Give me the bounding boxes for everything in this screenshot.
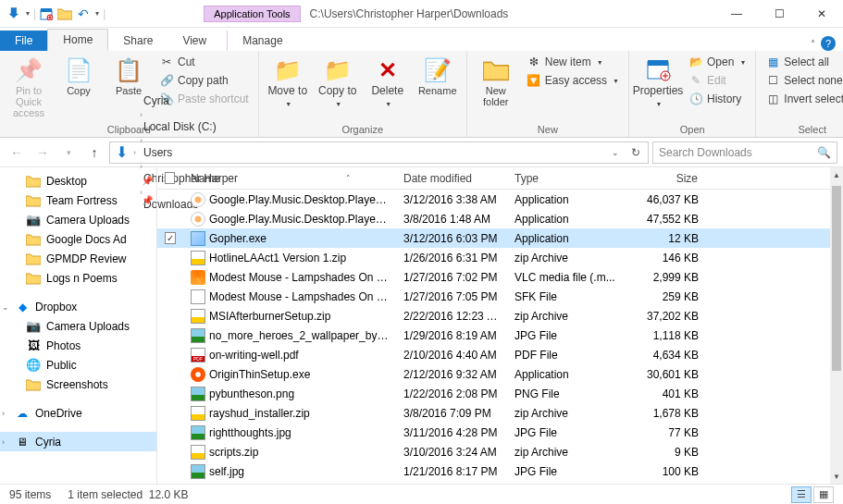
history-button[interactable]: 🕓History xyxy=(685,91,750,107)
file-row[interactable]: pybuntheson.png1/22/2016 2:08 PMPNG File… xyxy=(157,384,843,403)
file-row[interactable]: self.jpg1/21/2016 8:17 PMJPG File100 KB xyxy=(157,461,843,481)
tree-item[interactable]: Google Docs Ad xyxy=(0,229,156,249)
invert-selection-button[interactable]: ◫Invert selection xyxy=(762,91,843,107)
file-name: MSIAfterburnerSetup.zip xyxy=(209,310,330,323)
nav-back-button[interactable]: ← xyxy=(6,141,28,164)
tab-manage[interactable]: Manage xyxy=(227,31,297,51)
file-row[interactable]: rayshud_installer.zip3/8/2016 7:09 PMzip… xyxy=(157,403,843,423)
select-all-checkbox[interactable] xyxy=(165,172,175,184)
navigation-tree[interactable]: Desktop📌Team Fortress📌📷Camera UploadsGoo… xyxy=(0,167,157,484)
file-row[interactable]: Google.Play.Music.Desktop.Player.x86....… xyxy=(157,209,843,228)
tree-item[interactable]: Logs n Poems xyxy=(0,268,156,288)
file-size: 30,601 KB xyxy=(623,368,706,381)
tab-share[interactable]: Share xyxy=(108,31,167,51)
tree-item[interactable]: 📷Camera Uploads xyxy=(0,210,156,229)
svg-rect-1 xyxy=(41,8,52,12)
address-dropdown[interactable]: ⌄ xyxy=(605,146,626,159)
col-name: Name xyxy=(191,172,220,185)
camera-icon: 📷 xyxy=(26,319,41,334)
tab-file[interactable]: File xyxy=(0,31,47,51)
tree-item[interactable]: Screenshots xyxy=(0,375,156,394)
maximize-button[interactable]: ☐ xyxy=(758,0,800,28)
file-type: zip Archive xyxy=(507,407,623,420)
file-row[interactable]: scripts.zip3/10/2016 3:24 AMzip Archive9… xyxy=(157,442,843,461)
new-folder-icon[interactable] xyxy=(56,6,73,22)
undo-icon[interactable]: ↶ xyxy=(75,6,92,22)
file-row[interactable]: Modest Mouse - Lampshades On Fire ...1/2… xyxy=(157,267,843,287)
file-size: 146 KB xyxy=(623,252,706,264)
file-row[interactable]: Modest Mouse - Lampshades On Fire ...1/2… xyxy=(157,287,843,306)
file-name: on-writing-well.pdf xyxy=(209,349,299,362)
address-bar[interactable]: ⬇ › Cyria›Local Disk (C:)›Users›Christop… xyxy=(109,141,649,164)
icons-view-button[interactable]: ▦ xyxy=(813,486,834,503)
scroll-down-icon[interactable]: ▼ xyxy=(830,469,843,484)
nav-forward-button[interactable]: → xyxy=(31,141,54,164)
details-view-button[interactable]: ☰ xyxy=(791,486,812,503)
tree-item-label: Team Fortress xyxy=(46,194,118,207)
move-to-button[interactable]: 📁Move to ▼ xyxy=(265,54,311,110)
qat-dropdown[interactable]: ▾ xyxy=(24,9,31,18)
tree-item[interactable]: 🌐Public xyxy=(0,355,156,375)
copy-path-button[interactable]: 🔗Copy path xyxy=(155,72,253,89)
file-type: zip Archive xyxy=(507,310,623,323)
nav-recent-dropdown[interactable]: ▾ xyxy=(57,141,80,164)
delete-button[interactable]: ✕Delete ▼ xyxy=(365,54,411,110)
tree-this-pc[interactable]: ›🖥Cyria xyxy=(0,432,156,451)
edit-button[interactable]: ✎Edit xyxy=(685,72,750,89)
refresh-button[interactable]: ↻ xyxy=(626,146,646,159)
scroll-up-icon[interactable]: ▲ xyxy=(830,167,843,182)
file-row[interactable]: HotlineLAAct1 Version 1.zip1/26/2016 6:3… xyxy=(157,248,843,267)
cut-button[interactable]: ✂Cut xyxy=(155,54,253,70)
properties-icon[interactable] xyxy=(38,6,55,22)
breadcrumb-segment[interactable]: Local Disk (C:) xyxy=(138,120,243,133)
breadcrumb-segment[interactable]: Cyria xyxy=(138,94,243,107)
qat-customize[interactable]: ▾ xyxy=(93,9,101,18)
ribbon-collapse-icon[interactable]: ˄ xyxy=(811,39,815,49)
column-headers[interactable]: Name˄ Date modified Type Size xyxy=(157,167,843,190)
tree-item[interactable]: Desktop📌 xyxy=(0,171,156,191)
paste-button[interactable]: 📋Paste xyxy=(105,54,152,98)
properties-button[interactable]: Properties ▼ xyxy=(635,54,681,110)
vertical-scrollbar[interactable]: ▲ ▼ xyxy=(830,167,843,484)
file-row[interactable]: MSIAfterburnerSetup.zip2/22/2016 12:23 A… xyxy=(157,306,843,326)
file-type: VLC media file (.m... xyxy=(507,271,623,284)
scroll-thumb[interactable] xyxy=(832,186,841,371)
file-row[interactable]: no_more_heroes_2_wallpaper_by_hylia...1/… xyxy=(157,326,843,345)
rename-button[interactable]: 📝Rename xyxy=(415,54,461,98)
new-folder-button[interactable]: New folder xyxy=(473,54,519,109)
tree-item[interactable]: 📷Camera Uploads xyxy=(0,316,156,336)
file-date: 1/27/2016 7:05 PM xyxy=(396,290,507,303)
tree-item[interactable]: Team Fortress📌 xyxy=(0,191,156,210)
search-input[interactable]: Search Downloads 🔍 xyxy=(652,141,837,164)
select-none-button[interactable]: ☐Select none xyxy=(762,72,843,89)
tree-onedrive[interactable]: ›☁OneDrive xyxy=(0,403,156,423)
minimize-button[interactable]: — xyxy=(715,0,758,28)
easy-access-button[interactable]: 🔽Easy access▼ xyxy=(523,72,623,89)
tree-dropbox[interactable]: ⌄◆Dropbox xyxy=(0,297,156,316)
tab-view[interactable]: View xyxy=(167,31,221,51)
tab-home[interactable]: Home xyxy=(47,29,108,51)
file-type: Application xyxy=(507,232,623,245)
file-row[interactable]: rightthoughts.jpg3/11/2016 4:28 PMJPG Fi… xyxy=(157,423,843,442)
file-name: Modest Mouse - Lampshades On Fire ... xyxy=(209,290,389,303)
nav-up-button[interactable]: ↑ xyxy=(83,141,105,164)
tree-item[interactable]: 🖼Photos xyxy=(0,336,156,355)
open-button[interactable]: 📂Open▼ xyxy=(685,54,750,70)
file-row[interactable]: Google.Play.Music.Desktop.Player.x86....… xyxy=(157,190,843,209)
file-row[interactable]: on-writing-well.pdf2/10/2016 4:40 AMPDF … xyxy=(157,345,843,364)
copy-to-button[interactable]: 📁Copy to ▼ xyxy=(315,54,361,110)
help-icon[interactable]: ? xyxy=(821,36,836,51)
close-button[interactable]: ✕ xyxy=(800,0,843,28)
file-row[interactable]: Gopher.exe3/12/2016 6:03 PMApplication12… xyxy=(157,228,843,248)
tree-item[interactable]: GPMDP Review xyxy=(0,249,156,268)
file-row[interactable]: OriginThinSetup.exe2/12/2016 9:32 AMAppl… xyxy=(157,364,843,384)
new-item-button[interactable]: ❇New item▼ xyxy=(523,54,623,70)
pin-quick-access-button[interactable]: 📌Pin to Quick access xyxy=(6,54,52,120)
select-all-button[interactable]: ▦Select all xyxy=(762,54,843,70)
group-open-label: Open xyxy=(635,124,750,135)
breadcrumb-segment[interactable]: Users xyxy=(138,146,243,159)
back-arrow-icon[interactable]: 🡇 xyxy=(6,6,22,22)
address-icon: ⬇ xyxy=(112,143,131,161)
copy-button[interactable]: 📄Copy xyxy=(56,54,102,98)
row-checkbox[interactable] xyxy=(165,232,176,244)
